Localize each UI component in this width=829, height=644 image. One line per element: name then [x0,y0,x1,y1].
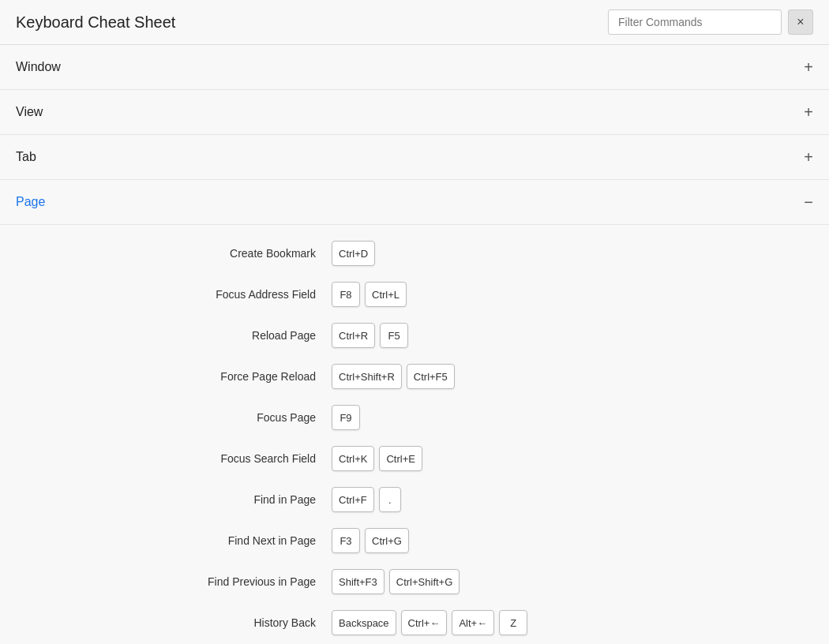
section-tab[interactable]: Tab + [0,135,829,180]
key-badge: Ctrl+Shift+G [389,569,460,594]
section-page-toggle: − [804,194,813,210]
section-window[interactable]: Window + [0,45,829,90]
key-badge: . [379,487,401,512]
list-item: Focus Search Field Ctrl+K Ctrl+E [0,438,829,479]
command-keys-find-prev: Shift+F3 Ctrl+Shift+G [332,569,460,594]
header-controls: × [608,9,813,35]
key-badge: Ctrl+R [332,323,375,348]
command-keys-focus-address: F8 Ctrl+L [332,282,407,307]
key-badge: Alt+← [452,610,494,635]
key-badge: Ctrl+Shift+R [332,364,402,389]
key-badge: Ctrl+K [332,446,374,471]
key-badge: F8 [332,282,360,307]
command-label-focus-page: Focus Page [0,411,332,424]
list-item: History Back Backspace Ctrl+← Alt+← Z [0,602,829,643]
list-item: Focus Page F9 [0,397,829,438]
command-label-find-next: Find Next in Page [0,534,332,547]
list-item: Focus Address Field F8 Ctrl+L [0,274,829,315]
key-badge: F9 [332,405,360,430]
command-label-reload: Reload Page [0,329,332,342]
section-tab-label: Tab [16,150,36,164]
key-badge: Ctrl+F [332,487,374,512]
section-window-label: Window [16,60,61,74]
command-keys-reload: Ctrl+R F5 [332,323,408,348]
list-item: Find Previous in Page Shift+F3 Ctrl+Shif… [0,561,829,602]
command-keys-force-reload: Ctrl+Shift+R Ctrl+F5 [332,364,455,389]
command-keys-create-bookmark: Ctrl+D [332,241,375,266]
section-page[interactable]: Page − [0,180,829,225]
scroll-area[interactable]: Window + View + Tab + Page − Create Book… [0,45,829,644]
key-badge: Z [499,610,527,635]
key-badge: Shift+F3 [332,569,384,594]
key-badge: F3 [332,528,360,553]
main-content: Window + View + Tab + Page − Create Book… [0,45,829,644]
section-view-label: View [16,105,43,119]
page-title: Keyboard Cheat Sheet [16,13,175,32]
key-badge: Ctrl+D [332,241,375,266]
filter-input[interactable] [608,9,782,35]
command-keys-history-back: Backspace Ctrl+← Alt+← Z [332,610,527,635]
list-item: Create Bookmark Ctrl+D [0,233,829,274]
list-item: Reload Page Ctrl+R F5 [0,315,829,356]
command-keys-find-next: F3 Ctrl+G [332,528,409,553]
command-label-find-in-page: Find in Page [0,493,332,506]
key-badge: Ctrl+L [365,282,407,307]
section-page-label: Page [16,195,45,209]
key-badge: F5 [380,323,408,348]
command-keys-focus-search: Ctrl+K Ctrl+E [332,446,422,471]
key-badge: Ctrl+F5 [407,364,455,389]
command-label-force-reload: Force Page Reload [0,370,332,383]
close-button[interactable]: × [788,9,813,35]
command-label-find-prev: Find Previous in Page [0,575,332,588]
header: Keyboard Cheat Sheet × [0,0,829,45]
command-keys-focus-page: F9 [332,405,360,430]
command-label-history-back: History Back [0,616,332,629]
list-item: Find Next in Page F3 Ctrl+G [0,520,829,561]
key-badge: Ctrl+← [401,610,448,635]
key-badge: Ctrl+E [379,446,422,471]
section-view[interactable]: View + [0,90,829,135]
page-commands: Create Bookmark Ctrl+D Focus Address Fie… [0,225,829,644]
command-label-focus-search: Focus Search Field [0,452,332,465]
key-badge: Ctrl+G [365,528,409,553]
section-view-toggle: + [804,104,813,120]
key-badge: Backspace [332,610,396,635]
section-window-toggle: + [804,59,813,75]
command-label-create-bookmark: Create Bookmark [0,247,332,260]
section-tab-toggle: + [804,149,813,165]
command-keys-find-in-page: Ctrl+F . [332,487,401,512]
list-item: Find in Page Ctrl+F . [0,479,829,520]
list-item: Force Page Reload Ctrl+Shift+R Ctrl+F5 [0,356,829,397]
command-label-focus-address: Focus Address Field [0,288,332,301]
